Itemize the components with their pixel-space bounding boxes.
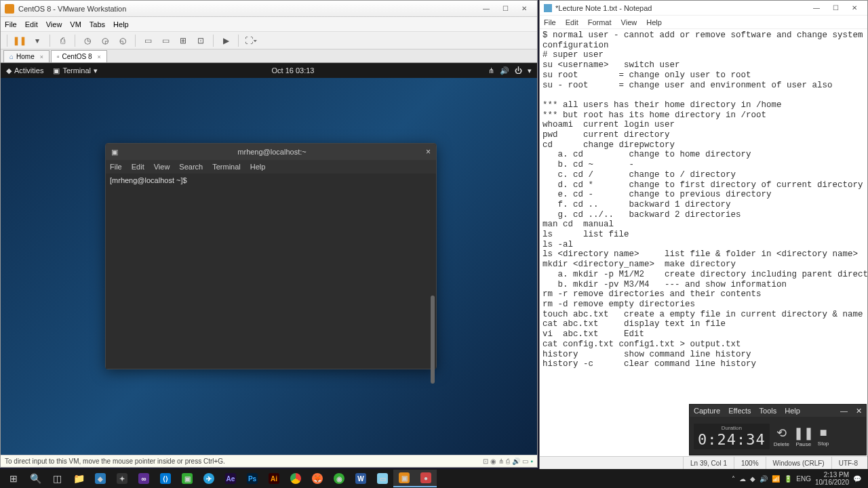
guest-desktop[interactable]: ◆Activities ▣Terminal ▾ Oct 16 03:13 ⋔ 🔊…: [1, 63, 537, 455]
terminal-titlebar[interactable]: ▣ mrheng@localhost:~ ×: [106, 144, 436, 160]
vmware-taskbar-icon[interactable]: ▣: [393, 470, 415, 487]
np-menu-format[interactable]: Format: [588, 18, 612, 26]
recorder-close-button[interactable]: ✕: [856, 407, 862, 415]
vmware-titlebar[interactable]: CentOS 8 - VMware Workstation — ☐ ✕: [1, 1, 537, 17]
term-menu-terminal[interactable]: Terminal: [212, 163, 241, 171]
telegram-icon[interactable]: ✈: [198, 470, 220, 487]
np-menu-edit[interactable]: Edit: [566, 18, 578, 26]
device-cd-icon[interactable]: ◉: [490, 458, 496, 465]
recorder-delete-button[interactable]: ⟲Delete: [774, 426, 789, 447]
terminal-close-button[interactable]: ×: [426, 147, 431, 157]
start-button[interactable]: ⊞: [3, 470, 24, 487]
np-menu-view[interactable]: View: [621, 18, 637, 26]
menu-help[interactable]: Help: [113, 20, 129, 28]
gnome-clock[interactable]: Oct 16 03:13: [98, 66, 488, 75]
fullscreen-button[interactable]: ▶: [218, 34, 233, 47]
tray-onedrive-icon[interactable]: ☁: [739, 475, 746, 483]
terminal-body[interactable]: [mrheng@localhost ~]$: [106, 174, 436, 369]
app-icon[interactable]: ▭: [372, 470, 393, 487]
snapshot-button[interactable]: ⎙: [55, 34, 70, 47]
app-icon[interactable]: ◆: [90, 470, 111, 487]
view-multi-icon[interactable]: ▭: [158, 34, 173, 47]
menu-view[interactable]: View: [46, 20, 62, 28]
activities-button[interactable]: ◆Activities: [6, 66, 43, 75]
np-menu-help[interactable]: Help: [646, 18, 662, 26]
term-menu-edit[interactable]: Edit: [132, 163, 144, 171]
rec-menu-effects[interactable]: Effects: [728, 407, 751, 415]
tray-language[interactable]: ENG: [796, 475, 811, 483]
menu-edit[interactable]: Edit: [25, 20, 38, 28]
recorder-pause-button[interactable]: ❚❚Pause: [793, 426, 814, 447]
illustrator-icon[interactable]: Ai: [263, 470, 285, 487]
menu-file[interactable]: File: [5, 20, 17, 28]
minimize-button[interactable]: —: [808, 2, 825, 14]
snapshot-revert-icon[interactable]: ◶: [98, 34, 113, 47]
term-menu-file[interactable]: File: [110, 163, 122, 171]
view-console-icon[interactable]: ⊡: [193, 34, 208, 47]
device-msg-icon[interactable]: ▪: [530, 458, 533, 465]
tab-centos8[interactable]: ▫CentOS 8×: [51, 50, 107, 62]
word-icon[interactable]: W: [350, 470, 372, 487]
screen-recorder[interactable]: Capture Effects Tools Help — ✕ Duration …: [689, 404, 867, 455]
close-tab-icon[interactable]: ×: [40, 54, 43, 60]
snapshot-manage-icon[interactable]: ◵: [115, 34, 130, 47]
rec-menu-capture[interactable]: Capture: [694, 407, 720, 415]
notepad-textarea[interactable]: $ normal user - cannot add or remove sof…: [540, 29, 867, 456]
tray-wifi-icon[interactable]: 📶: [772, 475, 780, 483]
device-display-icon[interactable]: ▭: [522, 458, 528, 465]
tray-volume-icon[interactable]: 🔊: [760, 475, 768, 483]
rec-menu-tools[interactable]: Tools: [760, 407, 777, 415]
app-icon[interactable]: ◉: [328, 470, 350, 487]
maximize-button[interactable]: ☐: [496, 3, 514, 15]
power-icon[interactable]: ⏻: [515, 66, 522, 75]
tab-home[interactable]: ⌂Home×: [3, 50, 50, 62]
firefox-icon[interactable]: 🦊: [307, 470, 328, 487]
close-button[interactable]: ✕: [515, 3, 533, 15]
system-menu-caret-icon[interactable]: ▾: [528, 66, 532, 75]
taskview-button[interactable]: ◫: [46, 470, 68, 487]
visualstudio-icon[interactable]: ∞: [133, 470, 155, 487]
pause-vm-button[interactable]: ❚❚: [12, 34, 27, 47]
vm-dropdown-icon[interactable]: ▾: [30, 34, 45, 47]
current-app[interactable]: ▣Terminal ▾: [53, 66, 98, 75]
explorer-icon[interactable]: 📁: [68, 470, 90, 487]
app-icon[interactable]: ▣: [176, 470, 198, 487]
term-menu-help[interactable]: Help: [250, 163, 266, 171]
maximize-button[interactable]: ☐: [827, 2, 844, 14]
view-single-icon[interactable]: ▭: [140, 34, 155, 47]
network-icon[interactable]: ⋔: [488, 66, 494, 75]
device-sound-icon[interactable]: 🔊: [512, 458, 520, 465]
term-menu-view[interactable]: View: [154, 163, 170, 171]
terminal-scrollbar[interactable]: [431, 296, 435, 384]
term-menu-search[interactable]: Search: [179, 163, 203, 171]
chrome-icon[interactable]: [285, 470, 307, 487]
tray-clock[interactable]: 2:13 PM 10/16/2020: [815, 471, 849, 486]
notepad-titlebar[interactable]: *Lecture Note 1.txt - Notepad — ☐ ✕: [540, 1, 867, 16]
recorder-stop-button[interactable]: ■Stop: [818, 426, 829, 447]
minimize-button[interactable]: —: [477, 3, 495, 15]
volume-icon[interactable]: 🔊: [500, 66, 509, 75]
menu-vm[interactable]: VM: [70, 20, 81, 28]
device-net-icon[interactable]: ⋔: [498, 458, 504, 465]
terminal-window[interactable]: ▣ mrheng@localhost:~ × File Edit View Se…: [105, 143, 437, 369]
view-unity-icon[interactable]: ⊞: [176, 34, 191, 47]
vscode-icon[interactable]: ⟨⟩: [155, 470, 176, 487]
tray-app-icon[interactable]: ◆: [750, 475, 755, 483]
search-button[interactable]: 🔍: [24, 470, 46, 487]
tray-battery-icon[interactable]: 🔋: [784, 475, 792, 483]
close-button[interactable]: ✕: [846, 2, 863, 14]
photoshop-icon[interactable]: Ps: [241, 470, 263, 487]
tray-notifications-icon[interactable]: 💬: [853, 475, 861, 483]
device-usb-icon[interactable]: ⎙: [506, 458, 510, 465]
tray-chevron-icon[interactable]: ˄: [732, 475, 735, 483]
close-tab-icon[interactable]: ×: [97, 54, 100, 60]
np-menu-file[interactable]: File: [544, 18, 556, 26]
rec-menu-help[interactable]: Help: [785, 407, 800, 415]
menu-tabs[interactable]: Tabs: [90, 20, 105, 28]
recorder-minimize-button[interactable]: —: [840, 407, 848, 415]
stretch-button[interactable]: ⛶▾: [243, 34, 258, 47]
app-icon[interactable]: ✦: [111, 470, 133, 487]
snapshot-take-icon[interactable]: ◷: [80, 34, 95, 47]
recorder-taskbar-icon[interactable]: ●: [415, 470, 437, 487]
aftereffects-icon[interactable]: Ae: [220, 470, 241, 487]
